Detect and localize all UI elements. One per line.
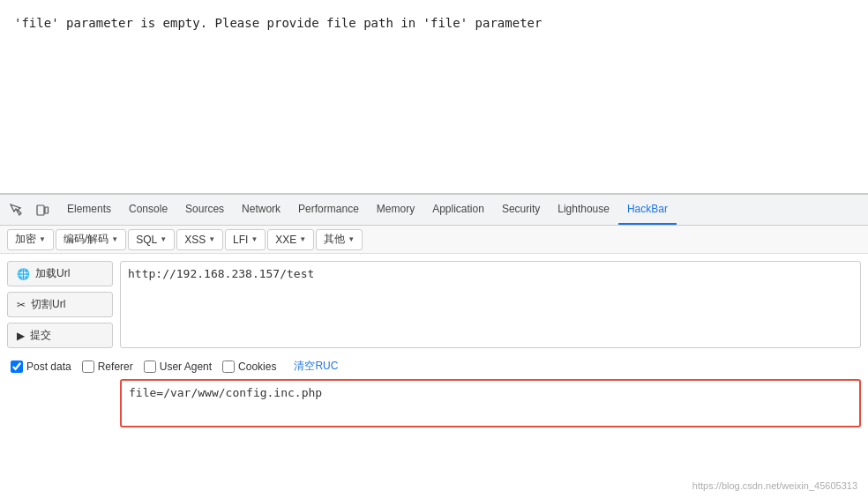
side-buttons: 🌐 加载Url ✂ 切割Url ▶ 提交: [7, 261, 113, 348]
inspect-icon[interactable]: [4, 197, 28, 222]
encode-label: 编码/解码: [64, 232, 108, 247]
split-url-button[interactable]: ✂ 切割Url: [7, 292, 113, 317]
clear-ruc-button[interactable]: 清空RUC: [294, 359, 338, 374]
tab-memory[interactable]: Memory: [368, 195, 423, 225]
xxe-dropdown[interactable]: XXE ▼: [267, 229, 314, 250]
lfi-dropdown[interactable]: LFI ▼: [225, 229, 266, 250]
split-url-icon: ✂: [17, 299, 26, 311]
hackbar-toolbar: 加密 ▼ 编码/解码 ▼ SQL ▼ XSS ▼ LFI ▼ XXE ▼ 其他 …: [0, 226, 868, 254]
credit-text: https://blog.csdn.net/weixin_45605313: [692, 480, 857, 491]
devtools-icons: [4, 197, 55, 222]
tab-sources[interactable]: Sources: [176, 195, 233, 225]
xss-label: XSS: [184, 234, 206, 246]
encrypt-label: 加密: [15, 232, 36, 247]
encrypt-arrow-icon: ▼: [39, 235, 46, 243]
referer-label: Referer: [98, 360, 133, 373]
tab-network[interactable]: Network: [233, 195, 289, 225]
device-toolbar-icon[interactable]: [30, 197, 55, 222]
tab-security[interactable]: Security: [493, 195, 549, 225]
post-data-label: Post data: [26, 360, 71, 373]
hackbar-content: 🌐 加载Url ✂ 切割Url ▶ 提交 Post data Referer U: [0, 254, 868, 498]
split-url-label: 切割Url: [31, 297, 65, 312]
tab-console[interactable]: Console: [120, 195, 176, 225]
checkboxes-row: Post data Referer User Agent Cookies 清空R…: [11, 353, 861, 379]
post-data-checkbox-item[interactable]: Post data: [11, 360, 71, 373]
load-url-icon: 🌐: [17, 268, 30, 280]
submit-label: 提交: [30, 328, 51, 343]
encrypt-dropdown[interactable]: 加密 ▼: [7, 229, 54, 250]
referer-checkbox-item[interactable]: Referer: [82, 360, 133, 373]
devtools-bar: Elements Console Sources Network Perform…: [0, 194, 868, 226]
submit-icon: ▶: [17, 330, 25, 342]
post-data-spacer: [7, 379, 113, 427]
lfi-arrow-icon: ▼: [251, 235, 258, 243]
xss-dropdown[interactable]: XSS ▼: [176, 229, 223, 250]
svg-rect-1: [45, 207, 49, 213]
error-message: 'file' parameter is empty. Please provid…: [14, 16, 854, 30]
encode-arrow-icon: ▼: [111, 235, 118, 243]
xss-arrow-icon: ▼: [208, 235, 215, 243]
url-row: 🌐 加载Url ✂ 切割Url ▶ 提交: [7, 261, 861, 348]
post-data-row: [7, 379, 861, 427]
post-data-input[interactable]: [120, 379, 861, 427]
lfi-label: LFI: [233, 234, 248, 246]
tab-application[interactable]: Application: [423, 195, 493, 225]
tab-lighthouse[interactable]: Lighthouse: [549, 195, 618, 225]
user-agent-checkbox[interactable]: [144, 360, 156, 373]
xxe-label: XXE: [275, 234, 296, 246]
sql-label: SQL: [136, 234, 157, 246]
other-arrow-icon: ▼: [348, 235, 355, 243]
submit-button[interactable]: ▶ 提交: [7, 323, 113, 348]
user-agent-label: User Agent: [160, 360, 212, 373]
post-data-checkbox[interactable]: [11, 360, 23, 373]
svg-rect-0: [37, 205, 44, 215]
load-url-label: 加载Url: [35, 266, 70, 281]
sql-dropdown[interactable]: SQL ▼: [128, 229, 175, 250]
cookies-checkbox-item[interactable]: Cookies: [222, 360, 276, 373]
tab-elements[interactable]: Elements: [58, 195, 120, 225]
other-label: 其他: [324, 232, 345, 247]
encode-dropdown[interactable]: 编码/解码 ▼: [56, 229, 126, 250]
devtools-tabs: Elements Console Sources Network Perform…: [58, 195, 864, 225]
main-content: 'file' parameter is empty. Please provid…: [0, 0, 868, 194]
tab-hackbar[interactable]: HackBar: [618, 195, 677, 225]
tab-performance[interactable]: Performance: [289, 195, 368, 225]
url-input[interactable]: [120, 261, 861, 348]
referer-checkbox[interactable]: [82, 360, 94, 373]
cookies-label: Cookies: [238, 360, 276, 373]
load-url-button[interactable]: 🌐 加载Url: [7, 261, 113, 286]
sql-arrow-icon: ▼: [160, 235, 167, 243]
xxe-arrow-icon: ▼: [299, 235, 306, 243]
other-dropdown[interactable]: 其他 ▼: [316, 229, 363, 250]
user-agent-checkbox-item[interactable]: User Agent: [144, 360, 212, 373]
cookies-checkbox[interactable]: [222, 360, 235, 373]
